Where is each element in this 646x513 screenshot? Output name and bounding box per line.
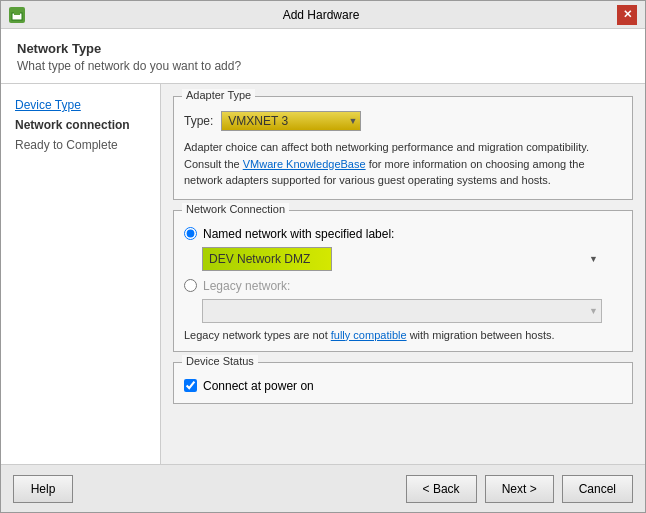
named-network-radio[interactable]	[184, 227, 197, 240]
dialog-title: Add Hardware	[25, 8, 617, 22]
connect-power-row: Connect at power on	[184, 379, 622, 393]
title-bar-left	[9, 7, 25, 23]
network-connection-label: Network Connection	[182, 203, 289, 215]
vmware-kb-link[interactable]: VMware KnowledgeBase	[243, 158, 366, 170]
connect-power-checkbox[interactable]	[184, 379, 197, 392]
named-network-dropdown-row: DEV Network DMZ	[202, 247, 622, 271]
adapter-type-select[interactable]: VMXNET 3 E1000 E1000e VMXNET 2	[221, 111, 361, 131]
legacy-network-radio[interactable]	[184, 279, 197, 292]
sidebar-item-ready: Ready to Complete	[11, 136, 150, 154]
named-network-row: Named network with specified label:	[184, 227, 622, 241]
adapter-type-label: Adapter Type	[182, 89, 255, 101]
app-icon	[9, 7, 25, 23]
type-select-wrapper[interactable]: VMXNET 3 E1000 E1000e VMXNET 2	[221, 111, 361, 131]
adapter-description: Adapter choice can affect both networkin…	[184, 139, 622, 189]
close-button[interactable]: ✕	[617, 5, 637, 25]
add-hardware-dialog: Add Hardware ✕ Network Type What type of…	[0, 0, 646, 513]
named-network-label: Named network with specified label:	[203, 227, 394, 241]
legacy-network-select[interactable]	[202, 299, 602, 323]
device-status-label: Device Status	[182, 355, 258, 367]
footer-left: Help	[13, 475, 73, 503]
legacy-network-label: Legacy network:	[203, 279, 290, 293]
next-button[interactable]: Next >	[485, 475, 554, 503]
footer-right: < Back Next > Cancel	[406, 475, 633, 503]
cancel-button[interactable]: Cancel	[562, 475, 633, 503]
sidebar-item-device-type[interactable]: Device Type	[11, 96, 150, 114]
device-status-section: Device Status Connect at power on	[173, 362, 633, 404]
legacy-note: Legacy network types are not fully compa…	[184, 329, 622, 341]
legacy-network-row: Legacy network:	[184, 279, 622, 293]
network-connection-section: Network Connection Named network with sp…	[173, 210, 633, 352]
help-button[interactable]: Help	[13, 475, 73, 503]
adapter-type-row: Type: VMXNET 3 E1000 E1000e VMXNET 2	[184, 111, 622, 131]
legacy-compatibility-link[interactable]: fully compatible	[331, 329, 407, 341]
title-bar: Add Hardware ✕	[1, 1, 645, 29]
header-subtitle: What type of network do you want to add?	[17, 59, 629, 73]
main-content: Adapter Type Type: VMXNET 3 E1000 E1000e…	[161, 84, 645, 464]
connect-power-label: Connect at power on	[203, 379, 314, 393]
svg-rect-1	[14, 10, 20, 15]
footer: Help < Back Next > Cancel	[1, 464, 645, 512]
header-title: Network Type	[17, 41, 629, 56]
header-section: Network Type What type of network do you…	[1, 29, 645, 84]
named-network-select[interactable]: DEV Network DMZ	[202, 247, 332, 271]
type-label: Type:	[184, 114, 213, 128]
content-area: Device Type Network connection Ready to …	[1, 84, 645, 464]
legacy-dropdown-row	[202, 299, 622, 323]
named-network-select-wrapper[interactable]: DEV Network DMZ	[202, 247, 602, 271]
legacy-select-wrapper	[202, 299, 602, 323]
adapter-type-section: Adapter Type Type: VMXNET 3 E1000 E1000e…	[173, 96, 633, 200]
back-button[interactable]: < Back	[406, 475, 477, 503]
sidebar-item-network-connection: Network connection	[11, 116, 150, 134]
sidebar: Device Type Network connection Ready to …	[1, 84, 161, 464]
